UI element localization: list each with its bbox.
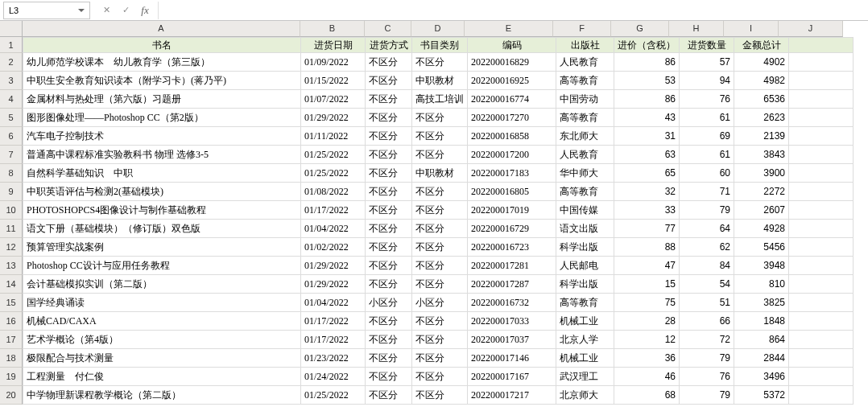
cell[interactable]: 不区分 [366,257,412,275]
row-header-15[interactable]: 15 [0,294,23,312]
cell[interactable]: 不区分 [366,368,412,386]
cell[interactable]: 01/17/2022 [301,312,366,331]
cell[interactable]: 3900 [734,164,789,183]
cell[interactable]: 不区分 [366,90,412,109]
cell[interactable]: 不区分 [412,146,468,164]
cell[interactable] [789,220,854,238]
cell[interactable]: 不区分 [366,238,412,257]
column-header-I[interactable]: I [724,21,779,37]
cell[interactable]: 202200017270 [468,109,556,127]
row-header-11[interactable]: 11 [0,220,23,238]
cell[interactable] [789,146,854,164]
row-header-8[interactable]: 8 [0,164,23,183]
header-cell[interactable]: 进货方式 [366,38,412,53]
cancel-icon[interactable]: ✕ [100,4,113,17]
cell[interactable]: 5456 [734,238,789,257]
row-header-3[interactable]: 3 [0,72,23,90]
name-box[interactable]: L3 [3,2,90,19]
cell[interactable]: 60 [680,164,734,183]
cell[interactable]: 高等教育 [556,109,614,127]
cell[interactable] [789,238,854,257]
cell[interactable]: 01/24/2022 [301,368,366,386]
cell[interactable]: 01/02/2022 [301,238,366,257]
cell[interactable]: Photoshop CC设计与应用任务教程 [23,257,301,275]
column-header-D[interactable]: D [411,21,465,37]
row-header-17[interactable]: 17 [0,331,23,349]
cell[interactable]: 5372 [734,386,789,405]
cell[interactable]: 不区分 [366,127,412,146]
cell[interactable]: 预算管理实战案例 [23,238,301,257]
cell[interactable]: 79 [680,201,734,220]
cell[interactable]: 75 [614,294,680,312]
cell[interactable]: 01/07/2022 [301,90,366,109]
cell[interactable]: 31 [614,127,680,146]
row-header-9[interactable]: 9 [0,183,23,201]
header-cell[interactable] [789,38,854,53]
cell[interactable]: 202200016723 [468,238,556,257]
cell[interactable]: 01/17/2022 [301,331,366,349]
cell[interactable]: 202200017217 [468,386,556,405]
cell[interactable]: 202200017146 [468,349,556,368]
row-header-1[interactable]: 1 [0,37,23,53]
row-header-14[interactable]: 14 [0,275,23,294]
row-header-19[interactable]: 19 [0,368,23,386]
cell[interactable]: 不区分 [366,349,412,368]
cell[interactable]: 01/25/2022 [301,146,366,164]
cell[interactable]: 科学出版 [556,275,614,294]
row-header-20[interactable]: 20 [0,386,23,405]
cell[interactable]: 01/29/2022 [301,257,366,275]
cell[interactable]: 32 [614,183,680,201]
cell[interactable]: 幼儿师范学校课本 幼儿教育学（第三版） [23,53,301,72]
cell[interactable]: 不区分 [366,183,412,201]
cell[interactable]: 高等教育 [556,294,614,312]
cell[interactable]: 图形图像处理——Photoshop CC（第2版） [23,109,301,127]
cell[interactable]: 不区分 [412,183,468,201]
cell[interactable]: 202200016732 [468,294,556,312]
cell[interactable]: 东北师大 [556,127,614,146]
cell[interactable]: 12 [614,331,680,349]
cell[interactable]: 86 [614,90,680,109]
cell[interactable]: 会计基础模拟实训（第二版） [23,275,301,294]
cell[interactable]: 202200016858 [468,127,556,146]
cell[interactable]: 不区分 [412,127,468,146]
header-cell[interactable]: 书名 [23,38,301,53]
cell[interactable]: 科学出版 [556,238,614,257]
cell[interactable]: 51 [680,294,734,312]
cell[interactable]: 汽车电子控制技术 [23,127,301,146]
row-header-10[interactable]: 10 [0,201,23,220]
cell[interactable]: 华中师大 [556,164,614,183]
cell[interactable]: 不区分 [412,257,468,275]
cell[interactable]: 不区分 [412,109,468,127]
cell[interactable]: 中国传媒 [556,201,614,220]
cell[interactable]: 不区分 [366,220,412,238]
cell[interactable]: 1848 [734,312,789,331]
cell[interactable]: 202200017019 [468,201,556,220]
cell[interactable]: 中职生安全教育知识读本（附学习卡）(蒋乃平) [23,72,301,90]
cell[interactable]: 工程测量 付仁俊 [23,368,301,386]
cell[interactable]: PHOTOSHOPCS4图像设计与制作基础教程 [23,201,301,220]
cell[interactable]: 中职英语评估与检测2(基础模块) [23,183,301,201]
cell[interactable]: 01/04/2022 [301,294,366,312]
cell[interactable]: 01/23/2022 [301,349,366,368]
row-header-4[interactable]: 4 [0,90,23,109]
cell[interactable]: 4982 [734,72,789,90]
cell[interactable]: 66 [680,312,734,331]
cell[interactable]: 国学经典诵读 [23,294,301,312]
cell[interactable]: 不区分 [412,312,468,331]
cell[interactable]: 不区分 [366,201,412,220]
cell[interactable]: 高等教育 [556,183,614,201]
cell[interactable]: 不区分 [412,386,468,405]
cell[interactable]: 54 [680,275,734,294]
header-cell[interactable]: 出版社 [556,38,614,53]
cell[interactable]: 202200017200 [468,146,556,164]
cell[interactable] [789,127,854,146]
row-header-5[interactable]: 5 [0,109,23,127]
cell[interactable]: 864 [734,331,789,349]
cell[interactable]: 202200016729 [468,220,556,238]
cell[interactable]: 2139 [734,127,789,146]
cell[interactable]: 不区分 [366,146,412,164]
cell[interactable]: 64 [680,220,734,238]
cell[interactable]: 不区分 [366,72,412,90]
cell[interactable] [789,109,854,127]
cell[interactable]: 71 [680,183,734,201]
